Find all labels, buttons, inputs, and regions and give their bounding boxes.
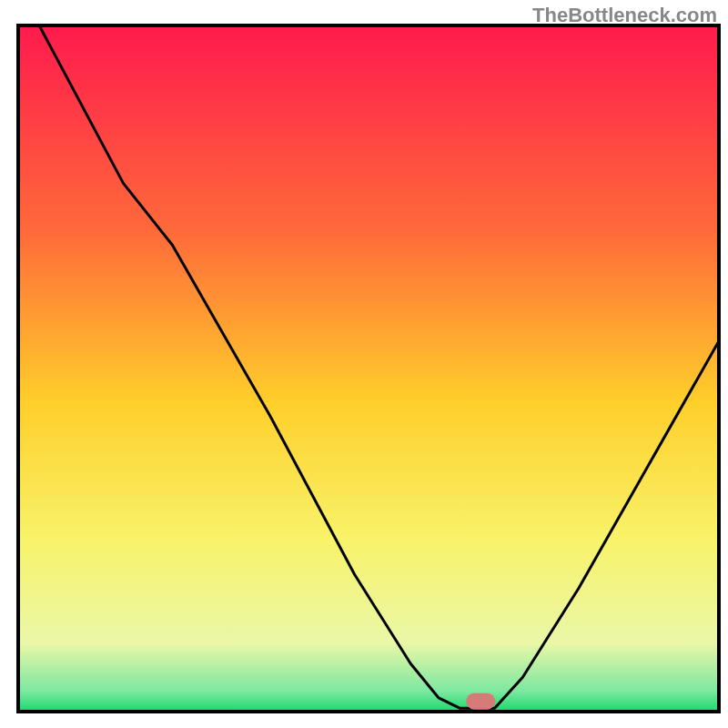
- chart-container: TheBottleneck.com: [0, 0, 728, 728]
- bottleneck-chart: [0, 0, 728, 728]
- watermark-text: TheBottleneck.com: [532, 4, 717, 27]
- svg-rect-1: [466, 693, 495, 710]
- svg-rect-0: [18, 25, 719, 712]
